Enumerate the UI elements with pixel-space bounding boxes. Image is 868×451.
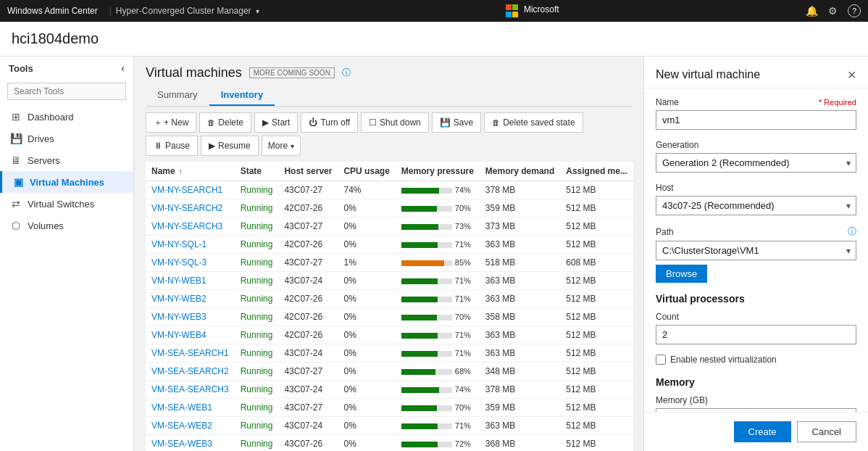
host-select[interactable]: 43c07-25 (Recommended) 43c07-24 43c07-26… <box>656 196 856 215</box>
path-info-icon[interactable]: ⓘ <box>848 226 856 238</box>
vm-name-link[interactable]: VM-SEA-WEB1 <box>151 402 212 413</box>
content-title: Virtual machines <box>146 65 242 80</box>
sidebar-item-virtual-switches[interactable]: ⇄ Virtual Switches <box>0 193 133 215</box>
vm-name-link[interactable]: VM-NY-SEARCH1 <box>151 185 222 195</box>
page-header: hci1804demo <box>0 22 868 57</box>
panel-header: New virtual machine ✕ <box>644 57 868 88</box>
settings-icon[interactable]: ⚙ <box>828 5 838 17</box>
vm-cpu: 0% <box>338 399 395 417</box>
save-button[interactable]: 💾 Save <box>432 112 481 133</box>
vm-memory-pressure: 74% <box>396 381 480 399</box>
cancel-button[interactable]: Cancel <box>797 421 856 442</box>
col-memory-pressure[interactable]: Memory pressure <box>396 162 480 181</box>
vm-memory-demand: 378 MB <box>480 381 560 399</box>
start-icon: ▶ <box>262 117 269 128</box>
topbar: Windows Admin Center | Hyper-Converged C… <box>0 0 868 22</box>
vm-assigned-memory: 512 MB <box>560 363 633 381</box>
shut-down-button[interactable]: ☐ Shut down <box>361 112 429 133</box>
vm-name-link[interactable]: VM-NY-SQL-3 <box>151 257 206 268</box>
col-cpu[interactable]: CPU usage <box>338 162 395 181</box>
col-name[interactable]: Name ↑ <box>146 162 235 181</box>
vm-memory-pressure: 73% <box>396 218 480 236</box>
main-layout: Tools ‹ ⊞ Dashboard 💾 Drives 🖥 Servers ▣… <box>0 57 868 451</box>
vm-name-link[interactable]: VM-SEA-SEARCH1 <box>151 348 229 358</box>
start-button[interactable]: ▶ Start <box>254 112 298 133</box>
col-assigned-memory[interactable]: Assigned me... <box>560 162 633 181</box>
new-button[interactable]: ＋ + New <box>146 112 196 133</box>
vm-cpu: 0% <box>338 218 395 236</box>
vm-memory-pressure: 68% <box>396 363 480 381</box>
vm-assigned-memory: 512 MB <box>560 272 633 290</box>
sidebar-item-volumes[interactable]: ⬡ Volumes <box>0 215 133 236</box>
vm-assigned-memory: 512 MB <box>560 290 633 308</box>
vm-memory-demand: 363 MB <box>480 326 560 344</box>
vm-memory-pressure: 71% <box>396 272 480 290</box>
sidebar-item-label: Virtual Switches <box>28 199 94 210</box>
vm-name-link[interactable]: VM-NY-SEARCH3 <box>151 221 222 231</box>
badge-info-icon[interactable]: ⓘ <box>342 67 351 79</box>
vm-name-link[interactable]: VM-NY-WEB3 <box>151 312 206 322</box>
vm-name-link[interactable]: VM-SEA-SEARCH2 <box>151 366 229 376</box>
nested-virt-row: Enable nested virtualization <box>656 355 856 365</box>
col-state[interactable]: State <box>235 162 279 181</box>
vm-name-link[interactable]: VM-NY-WEB4 <box>151 330 206 340</box>
vm-state: Running <box>235 417 279 435</box>
vm-cpu: 0% <box>338 236 395 254</box>
vm-host: 43C07-27 <box>278 399 338 417</box>
help-icon[interactable]: ? <box>848 4 861 17</box>
vm-state: Running <box>235 381 279 399</box>
sidebar-item-drives[interactable]: 💾 Drives <box>0 128 133 149</box>
vm-name-link[interactable]: VM-NY-WEB2 <box>151 294 206 304</box>
path-label: Path ⓘ <box>656 226 856 238</box>
vm-name-link[interactable]: VM-SEA-WEB3 <box>151 439 212 449</box>
turn-off-button[interactable]: ⏻ Turn off <box>301 112 358 133</box>
sidebar-item-servers[interactable]: 🖥 Servers <box>0 149 133 171</box>
browse-button[interactable]: Browse <box>656 265 707 283</box>
tab-summary[interactable]: Summary <box>146 85 209 106</box>
vm-memory-demand: 359 MB <box>480 399 560 417</box>
generation-select[interactable]: Generation 2 (Recommended) Generation 1 <box>656 153 856 173</box>
nested-virt-checkbox[interactable] <box>656 355 666 365</box>
panel-close-button[interactable]: ✕ <box>847 68 856 82</box>
vm-name-link[interactable]: VM-SEA-WEB2 <box>151 421 212 431</box>
more-button[interactable]: More ▾ <box>262 136 301 156</box>
sidebar-collapse-button[interactable]: ‹ <box>121 62 125 74</box>
search-input[interactable] <box>7 83 126 100</box>
vm-name-link[interactable]: VM-NY-SQL-1 <box>151 239 206 249</box>
vm-name-input[interactable] <box>656 110 856 130</box>
col-host[interactable]: Host server <box>278 162 338 181</box>
delete-button[interactable]: 🗑 Delete <box>199 112 251 133</box>
col-memory-demand[interactable]: Memory demand <box>480 162 560 181</box>
resume-button[interactable]: ▶ Resume <box>201 136 259 156</box>
servers-icon: 🖥 <box>10 154 22 166</box>
vp-section-title: Virtual processors <box>656 293 856 305</box>
pause-button[interactable]: ⏸ Pause <box>146 136 198 156</box>
notification-icon[interactable]: 🔔 <box>806 5 818 17</box>
vm-assigned-memory: 512 MB <box>560 381 633 399</box>
volumes-icon: ⬡ <box>10 220 22 231</box>
vm-name-link[interactable]: VM-SEA-SEARCH3 <box>151 384 229 394</box>
vm-host: 43C07-27 <box>278 363 338 381</box>
path-select[interactable]: C:\ClusterStorage\VM1 <box>656 241 856 260</box>
vm-state: Running <box>235 290 279 308</box>
table-row: VM-NY-SEARCH3Running43C07-270%73%373 MB5… <box>146 218 633 236</box>
vm-name-link[interactable]: VM-NY-SEARCH2 <box>151 203 222 213</box>
vm-name-link[interactable]: VM-NY-WEB1 <box>151 276 206 286</box>
vm-host: 43C07-24 <box>278 272 338 290</box>
create-button[interactable]: Create <box>734 421 791 442</box>
vm-cpu: 0% <box>338 290 395 308</box>
sidebar-item-virtual-machines[interactable]: ▣ Virtual Machines <box>0 171 133 193</box>
coming-soon-badge[interactable]: MORE COMING SOON <box>249 67 335 78</box>
vm-memory-pressure: 71% <box>396 236 480 254</box>
sort-icon: ↑ <box>179 167 183 175</box>
vm-memory-demand: 373 MB <box>480 218 560 236</box>
sidebar-item-dashboard[interactable]: ⊞ Dashboard <box>0 106 133 128</box>
table-header-row: Name ↑ State Host server CPU usage Memor… <box>146 162 633 181</box>
table-row: VM-SEA-SEARCH1Running43C07-240%71%363 MB… <box>146 344 633 363</box>
toolbar: ＋ + New 🗑 Delete ▶ Start ⏻ Turn off ☐ Sh… <box>134 107 643 162</box>
generation-field-group: Generation Generation 2 (Recommended) Ge… <box>656 140 856 173</box>
delete-saved-state-button[interactable]: 🗑 Delete saved state <box>484 112 583 133</box>
tab-inventory[interactable]: Inventory <box>209 85 275 106</box>
vm-memory-demand: 368 MB <box>480 435 560 452</box>
vp-count-input[interactable] <box>656 325 856 344</box>
